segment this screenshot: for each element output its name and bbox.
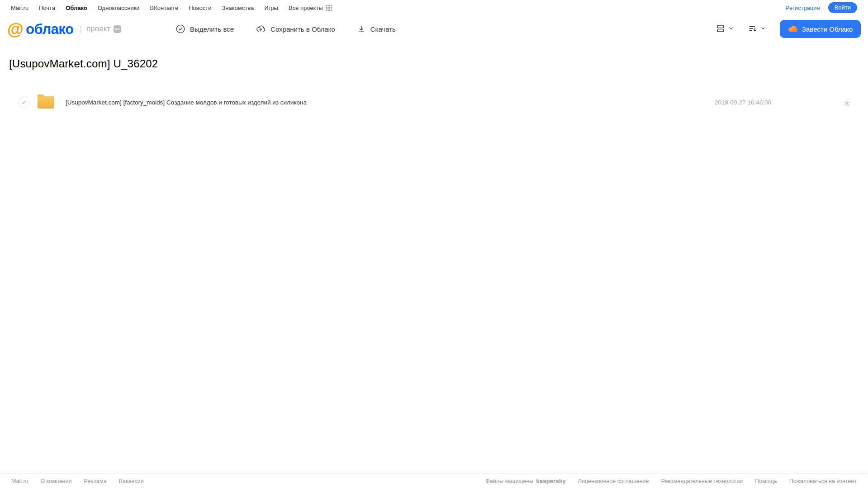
cloud-logo[interactable]: @ облако | проект VK <box>7 21 121 38</box>
download-icon <box>357 24 366 33</box>
file-row[interactable]: [UsupovMarket.com] [factory_molds] Созда… <box>0 92 868 112</box>
page-title: [UsupovMarket.com] U_36202 <box>9 57 868 70</box>
file-download-button[interactable] <box>842 97 852 108</box>
footer-link-mailru[interactable]: Mail.ru <box>11 478 28 484</box>
kaspersky-logo[interactable]: kaspersky <box>536 478 565 484</box>
logo-divider: | <box>80 24 82 34</box>
vk-badge-icon: VK <box>114 25 121 33</box>
chevron-down-icon <box>760 25 766 33</box>
file-name[interactable]: [UsupovMarket.com] [factory_molds] Созда… <box>66 99 307 106</box>
apps-grid-icon <box>326 5 332 11</box>
view-mode-icon <box>716 24 726 35</box>
footer-link-report-content[interactable]: Пожаловаться на контент <box>789 478 857 484</box>
topnav-item-znakomstva[interactable]: Знакомства <box>222 5 254 11</box>
footer-link-license[interactable]: Лицензионное соглашение <box>578 478 649 484</box>
mailru-at-icon: @ <box>7 21 23 38</box>
footer-link-about[interactable]: О компании <box>41 478 72 484</box>
download-label: Скачать <box>370 25 396 33</box>
protected-label: Файлы защищены <box>485 478 533 484</box>
kaspersky-protected: Файлы защищены kaspersky <box>485 478 566 484</box>
topnav-item-igry[interactable]: Игры <box>264 5 278 11</box>
registration-link[interactable]: Регистрация <box>786 5 820 11</box>
get-cloud-label: Завести Облако <box>802 25 853 33</box>
footer-link-recommendation-tech[interactable]: Рекомендательные технологии <box>661 478 743 484</box>
select-all-button[interactable]: Выделить все <box>175 24 234 34</box>
get-cloud-button[interactable]: Завести Облако <box>780 20 861 38</box>
topnav-item-odnoklassniki[interactable]: Одноклассники <box>98 5 140 11</box>
sort-icon <box>748 24 758 35</box>
save-to-cloud-button[interactable]: Сохранить в Облако <box>256 24 335 34</box>
download-button[interactable]: Скачать <box>357 24 396 33</box>
file-checkbox[interactable] <box>18 96 30 108</box>
topnav-item-pochta[interactable]: Почта <box>39 5 55 11</box>
footer-link-help[interactable]: Помощь <box>755 478 777 484</box>
download-icon <box>843 98 851 107</box>
page-footer: Mail.ru О компании Реклама Вакансии Файл… <box>0 474 868 488</box>
cloud-upload-icon <box>256 24 266 34</box>
footer-link-ads[interactable]: Реклама <box>84 478 106 484</box>
topnav-item-vkontakte[interactable]: ВКонтакте <box>150 5 179 11</box>
select-all-label: Выделить все <box>190 25 234 33</box>
project-label: проект <box>86 24 110 33</box>
portal-nav: Mail.ru Почта Облако Одноклассники ВКонт… <box>0 0 868 15</box>
footer-right-links: Файлы защищены kaspersky Лицензионное со… <box>485 478 857 484</box>
file-date: 2018-09-27 16:46:00 <box>715 99 771 106</box>
sort-dropdown[interactable] <box>746 22 768 37</box>
cloud-icon <box>788 24 798 34</box>
footer-left-links: Mail.ru О компании Реклама Вакансии <box>11 478 144 484</box>
topnav-item-all-projects[interactable]: Все проекты <box>289 5 332 11</box>
view-mode-dropdown[interactable] <box>714 22 736 37</box>
main-content: [UsupovMarket.com] U_36202 [UsupovMarket… <box>0 43 868 474</box>
login-button[interactable]: Войти <box>828 2 857 13</box>
topnav-item-novosti[interactable]: Новости <box>189 5 211 11</box>
topnav-item-mailru[interactable]: Mail.ru <box>11 5 28 11</box>
check-icon <box>21 99 27 105</box>
chevron-down-icon <box>728 25 734 33</box>
save-to-cloud-label: Сохранить в Облако <box>270 25 335 33</box>
check-circle-icon <box>175 24 185 34</box>
topnav-item-oblako[interactable]: Облако <box>66 5 87 11</box>
app-header: @ облако | проект VK Выделить все Сохран… <box>0 15 868 43</box>
folder-icon <box>38 96 54 109</box>
cloud-logo-text: облако <box>26 22 73 36</box>
footer-link-jobs[interactable]: Вакансии <box>119 478 144 484</box>
all-projects-label: Все проекты <box>289 5 323 11</box>
file-toolbar: Выделить все Сохранить в Облако Скачать <box>175 24 396 34</box>
header-right-controls: Завести Облако <box>714 20 861 38</box>
